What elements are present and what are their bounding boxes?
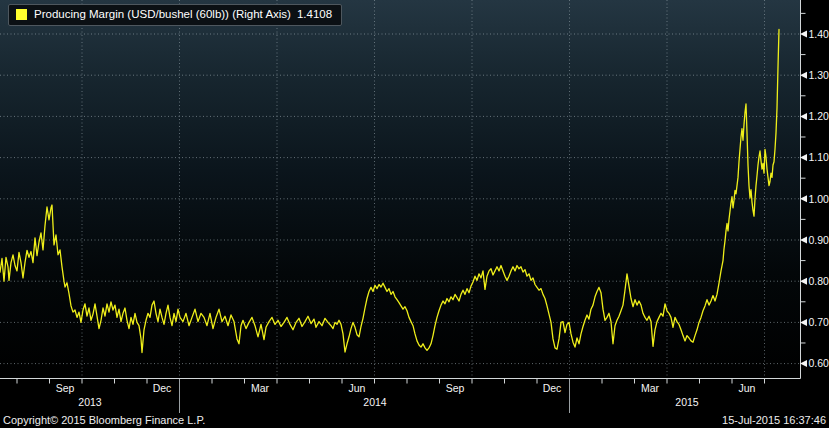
series-last-value: 1.4108 <box>297 9 332 21</box>
plot-background <box>0 0 800 378</box>
chart-canvas[interactable]: 0.600.700.800.901.001.101.201.301.40SepD… <box>0 0 829 428</box>
y-axis-tick-arrow <box>800 154 807 161</box>
y-axis-tick-label: 0.70 <box>809 316 829 328</box>
y-axis-tick-label: 0.60 <box>809 357 829 369</box>
timestamp-text: 15-Jul-2015 16:37:46 <box>722 414 826 426</box>
y-axis-tick-label: 0.80 <box>809 275 829 287</box>
x-axis-month-label: Dec <box>153 382 172 394</box>
bloomberg-chart-window: 0.600.700.800.901.001.101.201.301.40SepD… <box>0 0 829 428</box>
y-axis-tick-arrow <box>800 319 807 326</box>
x-axis-month-label: Mar <box>251 382 270 394</box>
legend[interactable]: Producing Margin (USD/bushel (60lb)) (Ri… <box>8 4 342 26</box>
y-axis-tick-label: 1.10 <box>809 151 829 163</box>
x-axis-month-label: Mar <box>641 382 660 394</box>
y-axis-tick-label: 1.20 <box>809 110 829 122</box>
x-axis-year-label: 2014 <box>363 396 387 408</box>
copyright-text: Copyright© 2015 Bloomberg Finance L.P. <box>3 414 205 426</box>
y-axis-tick-arrow <box>800 278 807 285</box>
y-axis-tick-arrow <box>800 195 807 202</box>
y-axis-tick-label: 0.90 <box>809 234 829 246</box>
series-color-swatch <box>16 9 27 20</box>
y-axis-tick-label: 1.30 <box>809 69 829 81</box>
y-axis-tick-arrow <box>800 113 807 120</box>
y-axis-tick-arrow <box>800 30 807 37</box>
x-axis-month-label: Dec <box>543 382 562 394</box>
y-axis-tick-label: 1.00 <box>809 193 829 205</box>
y-axis-tick-arrow <box>800 72 807 79</box>
y-axis-tick-arrow <box>800 236 807 243</box>
series-label: Producing Margin (USD/bushel (60lb)) (Ri… <box>34 9 291 21</box>
x-axis-month-label: Sep <box>446 382 465 394</box>
x-axis-year-label: 2015 <box>675 396 699 408</box>
y-axis-tick-label: 1.40 <box>809 28 829 40</box>
y-axis-tick-arrow <box>800 360 807 367</box>
x-axis-month-label: Jun <box>349 382 366 394</box>
x-axis-year-label: 2013 <box>78 396 102 408</box>
x-axis-month-label: Jun <box>739 382 756 394</box>
x-axis-month-label: Sep <box>56 382 75 394</box>
